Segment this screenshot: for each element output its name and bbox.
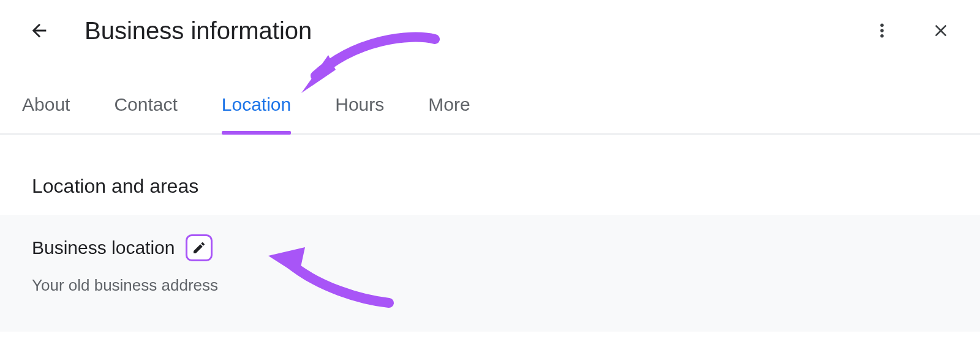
back-button[interactable] bbox=[24, 16, 54, 45]
more-options-button[interactable] bbox=[867, 16, 897, 45]
svg-point-0 bbox=[880, 24, 884, 28]
header-actions bbox=[867, 16, 956, 45]
business-location-row[interactable]: Business location Your old business addr… bbox=[0, 215, 980, 332]
svg-point-1 bbox=[880, 29, 884, 32]
section-header: Location and areas bbox=[0, 135, 980, 215]
row-subtitle: Your old business address bbox=[32, 276, 948, 295]
tab-hours[interactable]: Hours bbox=[335, 94, 384, 133]
row-title: Business location bbox=[32, 234, 948, 261]
close-icon bbox=[931, 21, 951, 40]
tab-about[interactable]: About bbox=[22, 94, 70, 133]
more-vert-icon bbox=[873, 21, 891, 40]
edit-location-button[interactable] bbox=[186, 234, 213, 261]
row-title-text: Business location bbox=[32, 237, 175, 258]
close-button[interactable] bbox=[926, 16, 956, 45]
tabs: About Contact Location Hours More bbox=[0, 61, 980, 135]
tab-more[interactable]: More bbox=[428, 94, 470, 133]
pencil-icon bbox=[192, 240, 206, 255]
svg-point-2 bbox=[880, 34, 884, 38]
tab-contact[interactable]: Contact bbox=[114, 94, 177, 133]
arrow-left-icon bbox=[29, 20, 50, 41]
section-heading: Location and areas bbox=[32, 175, 948, 198]
header-bar: Business information bbox=[0, 0, 980, 61]
tab-location[interactable]: Location bbox=[222, 94, 291, 133]
page-title: Business information bbox=[85, 17, 867, 45]
